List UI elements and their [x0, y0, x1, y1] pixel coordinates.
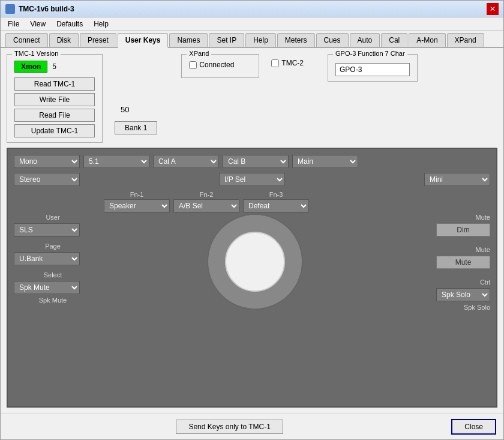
- panel-row-2: Stereo I/P Sel Mini: [14, 173, 490, 186]
- title-bar: TMC-1v6 build-3 ✕: [1, 1, 503, 17]
- xmon-button[interactable]: Xmon: [14, 61, 47, 73]
- xpand-group: XPand Connected: [181, 54, 259, 78]
- menu-file[interactable]: File: [3, 19, 24, 29]
- tab-cal[interactable]: Cal: [381, 33, 407, 47]
- mono-select[interactable]: Mono: [14, 155, 80, 168]
- tab-names[interactable]: Names: [169, 33, 208, 47]
- bottom-bar: Send Keys only to TMC-1 Close: [1, 414, 503, 439]
- fn3-select[interactable]: Defeat: [243, 199, 309, 212]
- bank-section: 50 Bank 1: [115, 102, 157, 134]
- mini-select[interactable]: Mini: [424, 173, 490, 186]
- top-section: TMC-1 Version Xmon 5 Read TMC-1 Write Fi…: [7, 54, 497, 143]
- right-controls: Mute Dim Mute Mute Ctrl Spk Solo Spk Sol…: [418, 214, 490, 311]
- ctrl-label: Ctrl: [480, 279, 490, 286]
- cal-a-select[interactable]: Cal A: [153, 155, 219, 168]
- select-label: Select: [14, 271, 92, 279]
- tmc2-label: TMC-2: [281, 59, 304, 67]
- spk-solo-select[interactable]: Spk Solo: [436, 288, 490, 301]
- version-number: 5: [52, 62, 56, 71]
- window-title: TMC-1v6 build-3: [19, 5, 74, 13]
- tab-connect[interactable]: Connect: [5, 33, 48, 47]
- bank-value: 50: [121, 105, 129, 114]
- menu-help[interactable]: Help: [89, 19, 113, 29]
- tab-meters[interactable]: Meters: [277, 33, 315, 47]
- tmc2-row: TMC-2: [271, 59, 304, 67]
- gpo-label: GPO-3 Function 7 Char: [333, 50, 407, 57]
- write-file-button[interactable]: Write File: [14, 93, 95, 106]
- fn2-label: Fn-2: [200, 191, 214, 198]
- fn1-select[interactable]: Speaker: [104, 199, 170, 212]
- connected-checkbox[interactable]: [189, 61, 197, 69]
- fn-labels-row: Fn-1 Speaker Fn-2 A/B Sel Fn-3 Defeat: [14, 191, 490, 212]
- tmc2-section: TMC-2: [271, 59, 304, 67]
- mute-button[interactable]: Mute: [436, 256, 490, 269]
- panel-row-1: Mono 5.1 Cal A Cal B Main: [14, 155, 490, 168]
- dim-button[interactable]: Dim: [436, 223, 490, 237]
- 51-select[interactable]: 5.1: [83, 155, 149, 168]
- tab-bar: Connect Disk Preset User Keys Names Set …: [1, 31, 503, 48]
- tab-auto[interactable]: Auto: [350, 33, 380, 47]
- knob-outer[interactable]: [207, 214, 303, 310]
- title-bar-left: TMC-1v6 build-3: [5, 4, 74, 14]
- mute-label1: Mute: [476, 214, 490, 221]
- stereo-select[interactable]: Stereo: [14, 173, 80, 186]
- tab-cues[interactable]: Cues: [316, 33, 349, 47]
- read-file-button[interactable]: Read File: [14, 109, 95, 122]
- main-content: TMC-1 Version Xmon 5 Read TMC-1 Write Fi…: [1, 48, 503, 414]
- main-select[interactable]: Main: [292, 155, 358, 168]
- knob-inner: [225, 232, 285, 292]
- fn1-label: Fn-1: [130, 191, 144, 198]
- page-select[interactable]: U.Bank: [14, 252, 80, 265]
- fn2-select[interactable]: A/B Sel: [173, 199, 239, 212]
- main-panel: Mono 5.1 Cal A Cal B Main Stereo: [7, 148, 497, 408]
- tab-user-keys[interactable]: User Keys: [118, 33, 169, 48]
- select-dropdown[interactable]: Spk Mute: [14, 281, 80, 294]
- menu-bar: File View Defaults Help: [1, 17, 503, 31]
- tab-disk[interactable]: Disk: [49, 33, 79, 47]
- menu-defaults[interactable]: Defaults: [52, 19, 88, 29]
- connected-label: Connected: [199, 61, 234, 69]
- ip-sel-select[interactable]: I/P Sel: [219, 173, 285, 186]
- tmc-version-label: TMC-1 Version: [12, 50, 61, 57]
- tab-help[interactable]: Help: [245, 33, 276, 47]
- user-select[interactable]: SLS: [14, 223, 80, 237]
- fn2-group: Fn-2 A/B Sel: [173, 191, 239, 212]
- user-label: User: [14, 214, 92, 221]
- app-icon: [5, 4, 15, 14]
- tab-xpand[interactable]: XPand: [447, 33, 484, 47]
- fn3-group: Fn-3 Defeat: [243, 191, 309, 212]
- menu-view[interactable]: View: [25, 19, 50, 29]
- read-tmc-button[interactable]: Read TMC-1: [14, 77, 95, 91]
- xpand-label: XPand: [187, 50, 211, 57]
- spk-mute-bottom: Spk Mute: [14, 297, 92, 304]
- close-button[interactable]: Close: [451, 419, 496, 435]
- send-keys-button[interactable]: Send Keys only to TMC-1: [176, 420, 283, 434]
- tmc-version-group: TMC-1 Version Xmon 5 Read TMC-1 Write Fi…: [7, 54, 103, 143]
- bank-button[interactable]: Bank 1: [115, 121, 157, 134]
- update-tmc-button[interactable]: Update TMC-1: [14, 124, 95, 137]
- fn1-group: Fn-1 Speaker: [104, 191, 170, 212]
- gpo-input[interactable]: [335, 63, 410, 76]
- gpo-group: GPO-3 Function 7 Char: [328, 54, 418, 82]
- tab-set-ip[interactable]: Set IP: [209, 33, 244, 47]
- tab-a-mon[interactable]: A-Mon: [409, 33, 445, 47]
- mute-label2: Mute: [476, 246, 490, 253]
- spk-solo-bottom: Spk Solo: [464, 304, 490, 311]
- panel-main-content: User SLS Page U.Bank Select Spk Mute Spk…: [14, 214, 490, 311]
- tab-preset[interactable]: Preset: [80, 33, 116, 47]
- page-label: Page: [14, 243, 92, 250]
- main-window: TMC-1v6 build-3 ✕ File View Defaults Hel…: [0, 0, 504, 440]
- fn3-label: Fn-3: [269, 191, 283, 198]
- tmc2-checkbox[interactable]: [271, 59, 279, 67]
- left-controls: User SLS Page U.Bank Select Spk Mute Spk…: [14, 214, 92, 304]
- cal-b-select[interactable]: Cal B: [223, 155, 289, 168]
- center-knob-area: [98, 214, 412, 310]
- connected-row: Connected: [189, 61, 251, 69]
- version-row: Xmon 5: [14, 61, 95, 73]
- close-window-button[interactable]: ✕: [487, 3, 499, 15]
